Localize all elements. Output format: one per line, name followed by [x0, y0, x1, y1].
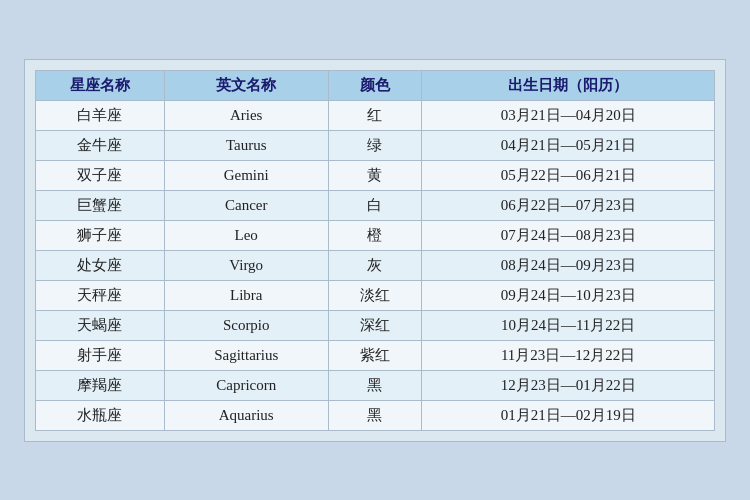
english-name: Aquarius [164, 400, 328, 430]
color-name: 绿 [328, 130, 422, 160]
chinese-name: 水瓶座 [36, 400, 165, 430]
chinese-name: 金牛座 [36, 130, 165, 160]
table-row: 摩羯座Capricorn黑12月23日—01月22日 [36, 370, 715, 400]
chinese-name: 白羊座 [36, 100, 165, 130]
chinese-name: 处女座 [36, 250, 165, 280]
english-name: Libra [164, 280, 328, 310]
color-name: 黑 [328, 370, 422, 400]
color-name: 深红 [328, 310, 422, 340]
table-row: 巨蟹座Cancer白06月22日—07月23日 [36, 190, 715, 220]
english-name: Leo [164, 220, 328, 250]
date-range: 01月21日—02月19日 [422, 400, 715, 430]
table-row: 处女座Virgo灰08月24日—09月23日 [36, 250, 715, 280]
english-name: Aries [164, 100, 328, 130]
color-name: 白 [328, 190, 422, 220]
zodiac-table-container: 星座名称 英文名称 颜色 出生日期（阳历） 白羊座Aries红03月21日—04… [24, 59, 726, 442]
header-dates: 出生日期（阳历） [422, 70, 715, 100]
date-range: 10月24日—11月22日 [422, 310, 715, 340]
color-name: 橙 [328, 220, 422, 250]
chinese-name: 摩羯座 [36, 370, 165, 400]
table-row: 水瓶座Aquarius黑01月21日—02月19日 [36, 400, 715, 430]
header-color: 颜色 [328, 70, 422, 100]
english-name: Gemini [164, 160, 328, 190]
table-row: 射手座Sagittarius紫红11月23日—12月22日 [36, 340, 715, 370]
color-name: 淡红 [328, 280, 422, 310]
date-range: 03月21日—04月20日 [422, 100, 715, 130]
english-name: Sagittarius [164, 340, 328, 370]
date-range: 08月24日—09月23日 [422, 250, 715, 280]
date-range: 06月22日—07月23日 [422, 190, 715, 220]
header-chinese-name: 星座名称 [36, 70, 165, 100]
date-range: 09月24日—10月23日 [422, 280, 715, 310]
english-name: Taurus [164, 130, 328, 160]
date-range: 11月23日—12月22日 [422, 340, 715, 370]
chinese-name: 天蝎座 [36, 310, 165, 340]
date-range: 04月21日—05月21日 [422, 130, 715, 160]
table-row: 天秤座Libra淡红09月24日—10月23日 [36, 280, 715, 310]
chinese-name: 射手座 [36, 340, 165, 370]
header-english-name: 英文名称 [164, 70, 328, 100]
color-name: 紫红 [328, 340, 422, 370]
english-name: Cancer [164, 190, 328, 220]
chinese-name: 双子座 [36, 160, 165, 190]
chinese-name: 天秤座 [36, 280, 165, 310]
table-row: 狮子座Leo橙07月24日—08月23日 [36, 220, 715, 250]
date-range: 07月24日—08月23日 [422, 220, 715, 250]
english-name: Scorpio [164, 310, 328, 340]
table-row: 双子座Gemini黄05月22日—06月21日 [36, 160, 715, 190]
color-name: 黑 [328, 400, 422, 430]
chinese-name: 巨蟹座 [36, 190, 165, 220]
color-name: 黄 [328, 160, 422, 190]
table-header-row: 星座名称 英文名称 颜色 出生日期（阳历） [36, 70, 715, 100]
table-row: 金牛座Taurus绿04月21日—05月21日 [36, 130, 715, 160]
english-name: Virgo [164, 250, 328, 280]
date-range: 05月22日—06月21日 [422, 160, 715, 190]
table-row: 白羊座Aries红03月21日—04月20日 [36, 100, 715, 130]
zodiac-table: 星座名称 英文名称 颜色 出生日期（阳历） 白羊座Aries红03月21日—04… [35, 70, 715, 431]
color-name: 红 [328, 100, 422, 130]
color-name: 灰 [328, 250, 422, 280]
english-name: Capricorn [164, 370, 328, 400]
table-row: 天蝎座Scorpio深红10月24日—11月22日 [36, 310, 715, 340]
chinese-name: 狮子座 [36, 220, 165, 250]
date-range: 12月23日—01月22日 [422, 370, 715, 400]
